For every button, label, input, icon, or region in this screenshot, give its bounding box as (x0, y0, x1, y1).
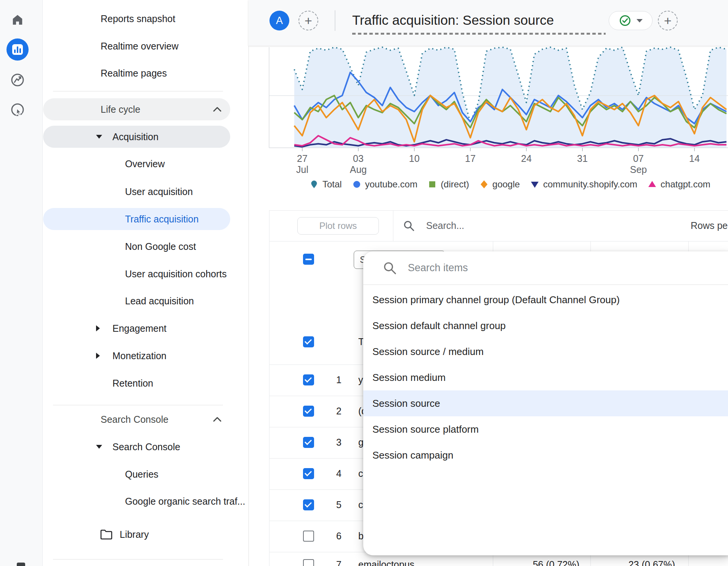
row-checkbox[interactable] (303, 437, 314, 448)
legend-label: google (492, 179, 520, 190)
toolbar-bottom-border (269, 241, 728, 241)
sidebar-item-overview[interactable]: Overview (42, 153, 249, 175)
sidebar-divider (53, 405, 223, 405)
plus-icon: + (305, 13, 312, 28)
chevron-up-icon[interactable] (213, 107, 222, 112)
sidebar-item-label: Realtime overview (101, 41, 178, 52)
sidebar-item-user-acquisition-cohorts[interactable]: User acquisition cohorts (42, 263, 249, 285)
square-marker-icon (428, 180, 437, 189)
traffic-line-chart[interactable] (249, 46, 728, 190)
plot-rows-button[interactable]: Plot rows (297, 217, 379, 235)
legend-item-community-shopify-com[interactable]: community.shopify.com (530, 179, 637, 190)
reports-icon[interactable] (6, 38, 29, 61)
dropdown-option-session-source[interactable]: Session source (363, 390, 728, 416)
legend-item-chatgpt-com[interactable]: chatgpt.com (648, 179, 710, 190)
search-icon (403, 220, 415, 232)
sidebar-item-realtime-pages[interactable]: Realtime pages (42, 62, 249, 84)
dropdown-options: Session primary channel group (Default C… (363, 287, 728, 468)
dropdown-option-session-source-platform[interactable]: Session source platform (363, 416, 728, 442)
dropdown-search-input[interactable]: Search items (408, 262, 468, 274)
sidebar-item-retention[interactable]: Retention (42, 372, 249, 394)
chevron-down-icon[interactable] (96, 135, 102, 139)
sidebar-item-label: Search Console (112, 441, 180, 452)
toolbar-top-border (269, 210, 728, 211)
add-comparison-button[interactable]: + (298, 11, 318, 30)
reports-sidebar: Reports snapshotRealtime overviewRealtim… (42, 0, 249, 566)
plus-icon: + (664, 13, 672, 28)
sidebar-item-lead-acquisition[interactable]: Lead acquisition (42, 290, 249, 312)
row-checkbox[interactable] (303, 531, 314, 542)
sidebar-item-realtime-overview[interactable]: Realtime overview (42, 35, 249, 57)
sidebar-item-monetization[interactable]: Monetization (42, 345, 249, 367)
row-checkbox[interactable] (303, 336, 314, 347)
metric-sessions: 56 (0.72%) (533, 559, 579, 566)
legend-label: youtube.com (365, 179, 417, 190)
x-axis-tick-label: 27Jul (296, 153, 308, 175)
row-checkbox[interactable] (303, 374, 314, 385)
sidebar-item-label: Overview (125, 158, 165, 169)
sidebar-item-non-google-cost[interactable]: Non Google cost (42, 235, 249, 257)
legend-item-google[interactable]: google (479, 179, 520, 190)
sidebar-divider (53, 559, 223, 560)
table-search-input[interactable]: Search... (426, 220, 464, 231)
row-checkbox[interactable] (303, 559, 314, 566)
sidebar-item-library[interactable]: Library (42, 523, 249, 545)
legend-item-youtube-com[interactable]: youtube.com (352, 179, 417, 190)
home-icon[interactable] (6, 9, 29, 31)
sidebar-item-label: Engagement (112, 323, 167, 334)
row-number: 2 (325, 406, 342, 417)
sidebar-item-label: Acquisition (112, 131, 159, 142)
sidebar-item-user-acquisition[interactable]: User acquisition (42, 181, 249, 203)
folder-icon (100, 529, 113, 540)
table-left-border (269, 210, 269, 566)
sidebar-item-label: Google organic search traf... (125, 496, 245, 507)
dropdown-option-session-campaign[interactable]: Session campaign (363, 442, 728, 468)
dropdown-option-session-default-channel-group[interactable]: Session default channel group (363, 313, 728, 339)
chevron-up-icon[interactable] (213, 417, 222, 422)
ga4-app: Reports snapshotRealtime overviewRealtim… (0, 0, 728, 566)
chevron-down-icon[interactable] (96, 445, 102, 449)
select-all-checkbox[interactable] (303, 254, 314, 265)
avatar[interactable]: A (269, 11, 289, 30)
sidebar-item-traffic-acquisition[interactable]: Traffic acquisition (42, 208, 249, 230)
legend-item-Total[interactable]: Total (309, 179, 342, 190)
sidebar-item-engagement[interactable]: Engagement (42, 317, 249, 339)
report-status-button[interactable] (609, 11, 653, 30)
diamond-marker-icon (479, 180, 489, 189)
sidebar-item-acquisition[interactable]: Acquisition (42, 126, 249, 148)
sidebar-item-reports-snapshot[interactable]: Reports snapshot (42, 8, 249, 30)
left-rail (0, 0, 43, 566)
rows-per-page-label: Rows pe (691, 220, 728, 231)
triangle-down-marker-icon (530, 180, 539, 189)
row-number: 6 (325, 531, 342, 542)
legend-label: (direct) (441, 179, 469, 190)
sidebar-item-google-organic-search-traf[interactable]: Google organic search traf... (42, 490, 249, 512)
dropdown-option-session-primary-channel-group-default-channel-group[interactable]: Session primary channel group (Default C… (363, 287, 728, 313)
sidebar-item-label: Reports snapshot (101, 13, 175, 24)
sidebar-item-label: Queries (125, 469, 159, 480)
dropdown-divider (363, 285, 728, 285)
add-report-button[interactable]: + (658, 11, 678, 30)
chevron-down-icon (637, 19, 643, 22)
sidebar-item-queries[interactable]: Queries (42, 463, 249, 485)
row-number: 1 (325, 374, 342, 385)
sidebar-item-life-cycle[interactable]: Life cycle (42, 98, 249, 120)
rail-bottom-partial-icon[interactable] (17, 563, 25, 566)
sidebar-item-search-console[interactable]: Search Console (42, 408, 249, 430)
row-checkbox[interactable] (303, 499, 314, 510)
dropdown-option-session-medium[interactable]: Session medium (363, 365, 728, 390)
sidebar-item-label: Realtime pages (101, 68, 167, 79)
circle-marker-icon (352, 180, 361, 189)
sidebar-item-search-console[interactable]: Search Console (42, 436, 249, 458)
legend-item--direct-[interactable]: (direct) (428, 179, 469, 190)
chevron-right-icon[interactable] (96, 353, 100, 359)
row-checkbox[interactable] (303, 468, 314, 479)
check-circle-icon (619, 14, 631, 27)
x-axis-tick-label: 17 (465, 153, 476, 164)
explore-icon[interactable] (6, 69, 29, 91)
chevron-right-icon[interactable] (96, 325, 100, 331)
row-checkbox[interactable] (303, 406, 314, 417)
advertising-icon[interactable] (6, 99, 29, 121)
sidebar-item-label: Retention (112, 378, 153, 389)
dropdown-option-session-source-medium[interactable]: Session source / medium (363, 339, 728, 365)
